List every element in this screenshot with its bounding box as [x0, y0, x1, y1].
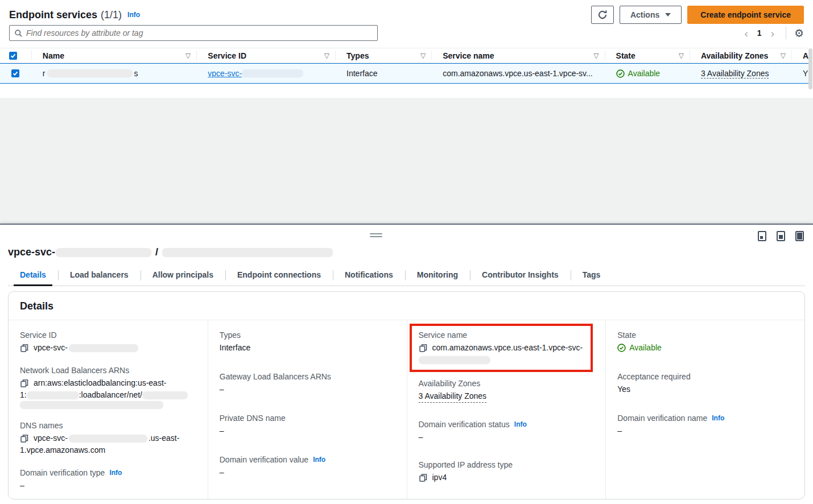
- panel-title: vpce-svc- /: [8, 246, 333, 258]
- page: Endpoint services (1/1) Info Actions Cre…: [0, 0, 813, 504]
- tab-allow-principals[interactable]: Allow principals: [141, 266, 225, 286]
- field-acceptance-required: Acceptance required Yes: [617, 372, 791, 395]
- column-header-availability-zones[interactable]: Availability Zones▽: [690, 48, 791, 63]
- tab-details[interactable]: Details: [8, 266, 58, 286]
- tab-contributor-insights[interactable]: Contributor Insights: [470, 266, 571, 286]
- page-number[interactable]: 1: [755, 28, 764, 38]
- endpoint-services-table: Name▽ Service ID▽ Types▽ Service name▽ S…: [0, 48, 808, 84]
- info-link[interactable]: Info: [313, 456, 325, 464]
- info-link[interactable]: Info: [514, 420, 527, 428]
- filter-icon[interactable]: ▽: [324, 52, 329, 60]
- field-private-dns-name: Private DNS name –: [220, 414, 393, 437]
- availability-zones-popover-trigger[interactable]: 3 Availability Zones: [419, 390, 487, 403]
- create-endpoint-service-button[interactable]: Create endpoint service: [687, 6, 804, 24]
- availability-zones-popover-trigger[interactable]: 3 Availability Zones: [701, 69, 769, 79]
- column-header-state[interactable]: State▽: [605, 48, 690, 63]
- chevron-down-icon: [665, 13, 671, 16]
- filter-icon[interactable]: ▽: [185, 52, 191, 60]
- field-availability-zones: Availability Zones 3 Availability Zones: [419, 379, 592, 403]
- selected-count: (1/1): [101, 9, 122, 21]
- info-link[interactable]: Info: [712, 414, 724, 422]
- details-column-2: Types Interface Gateway Load Balancers A…: [208, 320, 407, 499]
- row-checkbox[interactable]: [11, 69, 19, 77]
- table-row[interactable]: r s vpce-svc- Interface com.amazonaws.vp…: [0, 63, 808, 84]
- refresh-button[interactable]: [591, 6, 614, 24]
- next-page-icon[interactable]: ›: [767, 28, 778, 39]
- tab-tags[interactable]: Tags: [571, 266, 613, 286]
- redacted-text: [142, 391, 188, 399]
- split-panel-drag-handle[interactable]: [370, 233, 382, 237]
- panel-position-bottom-icon[interactable]: [758, 231, 766, 241]
- page-header: Endpoint services (1/1) Info Actions Cre…: [9, 6, 804, 24]
- table-toolbar: ‹ 1 › ⚙: [9, 25, 804, 41]
- service-id-link[interactable]: vpce-svc-: [208, 69, 303, 78]
- select-all-checkbox[interactable]: [9, 52, 17, 60]
- redacted-text: [47, 69, 133, 77]
- copy-icon[interactable]: [20, 434, 29, 443]
- header-actions: Actions Create endpoint service: [591, 6, 804, 24]
- info-link[interactable]: Info: [109, 469, 122, 477]
- redacted-text: [162, 248, 333, 257]
- field-types: Types Interface: [220, 331, 393, 354]
- check-circle-icon: [616, 69, 625, 78]
- field-domain-verification-status: Domain verification status Info –: [419, 420, 592, 443]
- split-panel: vpce-svc- / Details Load balancers Allow…: [0, 224, 813, 504]
- details-card-heading: Details: [9, 292, 804, 320]
- redacted-text: [56, 248, 151, 257]
- redacted-text: [69, 344, 138, 352]
- filter-icon[interactable]: ▽: [593, 52, 599, 60]
- field-glb-arns: Gateway Load Balancers ARNs –: [220, 372, 393, 395]
- tab-endpoint-connections[interactable]: Endpoint connections: [225, 266, 333, 286]
- gear-icon[interactable]: ⚙: [794, 28, 804, 39]
- cell-name: r s: [31, 64, 196, 83]
- tab-monitoring[interactable]: Monitoring: [405, 266, 470, 286]
- filter-icon[interactable]: ▽: [420, 52, 426, 60]
- search-box[interactable]: [9, 25, 378, 41]
- details-column-4: State Available: [605, 320, 804, 499]
- pagination: ‹ 1 › ⚙: [741, 27, 804, 39]
- field-state: State Available: [617, 331, 791, 354]
- cell-acceptance-truncated: Y: [791, 64, 808, 83]
- panel-position-side-icon[interactable]: [777, 231, 785, 241]
- filter-icon[interactable]: ▽: [679, 52, 684, 60]
- header-info-link[interactable]: Info: [127, 11, 140, 19]
- copy-icon[interactable]: [20, 379, 29, 388]
- vertical-scrollbar[interactable]: [808, 48, 812, 89]
- copy-icon[interactable]: [419, 473, 428, 482]
- copy-icon[interactable]: [20, 344, 29, 353]
- prev-page-icon[interactable]: ‹: [741, 28, 752, 39]
- tab-load-balancers[interactable]: Load balancers: [58, 266, 141, 286]
- column-header-service-name[interactable]: Service name▽: [431, 48, 604, 63]
- cell-service-name: com.amazonaws.vpce.us-east-1.vpce-sv...: [431, 64, 604, 83]
- field-service-id: Service ID vpce-svc-: [20, 331, 194, 354]
- refresh-icon: [597, 10, 608, 20]
- search-icon: [14, 29, 23, 38]
- row-checkbox-cell: [0, 64, 31, 83]
- field-service-name: Service name com.amazonaws.vpce.us-east-…: [419, 331, 587, 364]
- divider: [786, 27, 786, 39]
- cell-service-id: vpce-svc-: [196, 64, 335, 83]
- panel-tabs: Details Load balancers Allow principals …: [8, 266, 805, 286]
- column-header-types[interactable]: Types▽: [335, 48, 431, 63]
- column-header-name[interactable]: Name▽: [31, 48, 196, 63]
- column-header-acceptance-truncated[interactable]: A: [791, 48, 808, 63]
- filter-icon[interactable]: ▽: [781, 52, 786, 60]
- actions-button-label: Actions: [630, 10, 659, 19]
- field-domain-verification-name: Domain verification name Info –: [617, 414, 791, 437]
- search-input[interactable]: [26, 28, 373, 38]
- field-dns-names: DNS names vpce-svc- .us-east- 1.vpce: [20, 421, 194, 456]
- panel-fullscreen-icon[interactable]: [795, 231, 804, 241]
- redacted-text: [27, 391, 79, 399]
- actions-button[interactable]: Actions: [620, 6, 682, 24]
- column-header-service-id[interactable]: Service ID▽: [196, 48, 335, 63]
- service-name-highlight-box: Service name com.amazonaws.vpce.us-east-…: [410, 324, 593, 372]
- details-column-1: Service ID vpce-svc- Network: [9, 320, 208, 499]
- redacted-text: [69, 435, 147, 443]
- tab-notifications[interactable]: Notifications: [333, 266, 405, 286]
- cell-availability-zones: 3 Availability Zones: [690, 64, 791, 83]
- select-all-checkbox-cell: [0, 48, 31, 63]
- redacted-text: [419, 356, 490, 364]
- cell-state: Available: [605, 64, 690, 83]
- copy-icon[interactable]: [419, 344, 428, 353]
- split-panel-preferences: [758, 231, 804, 241]
